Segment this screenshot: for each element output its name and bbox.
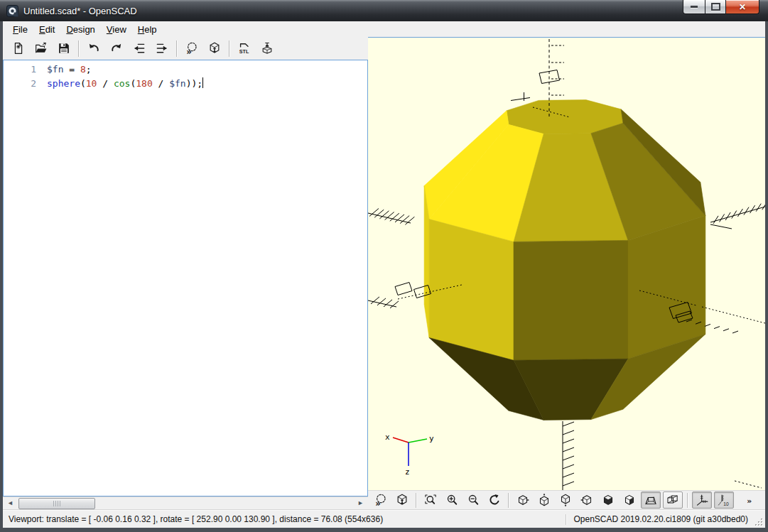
toolbar-separator [176,40,177,57]
unindent-button[interactable] [129,39,148,58]
orthogonal-button[interactable] [663,492,683,509]
render-button[interactable] [205,39,224,58]
toolbar-separator [416,493,416,508]
menu-design[interactable]: Design [60,23,100,36]
undo-button[interactable] [84,39,103,58]
statusbar-separator [566,514,566,525]
zoom-in-button[interactable] [442,492,461,509]
viewport-pane: .s,.d4,.d3,.d2,.d25,.wire{stroke:#000;fi… [368,37,765,509]
print-button[interactable] [257,39,276,58]
save-button[interactable] [54,39,73,58]
code-text: $fn = 8; [47,63,92,77]
more-icon: » [745,493,759,507]
minimize-button[interactable] [683,0,705,14]
view-toolbar: »10» [368,490,765,509]
view-right-button[interactable] [513,492,532,509]
preview-button[interactable]: » [371,492,390,509]
new-icon [11,41,26,55]
zoom-in-icon [445,493,459,507]
code-line: 2sphere(10 / cos(180 / $fn)); [4,77,367,91]
toolbar-separator [687,493,688,508]
code-editor[interactable]: 1$fn = 8;2sphere(10 / cos(180 / $fn)); [3,60,368,496]
orthogonal-icon [666,493,680,507]
svg-text:y: y [429,434,434,443]
svg-text:z: z [405,467,410,477]
window-controls: ✕ [683,0,759,14]
scroll-right-arrow[interactable]: ► [355,497,367,509]
svg-text:»: » [375,499,381,507]
reset-view-button[interactable] [485,492,504,509]
titlebar[interactable]: Untitled.scad* - OpenSCAD ✕ [0,0,768,21]
window-client-area: FileEditDesignViewHelp »STL 1$fn = 8;2sp… [3,21,765,528]
menu-help[interactable]: Help [132,23,163,36]
version-text: OpenSCAD 2019.02.20.ci1809 (git a30dbed0… [573,514,765,524]
perspective-button[interactable] [641,492,661,509]
more-button[interactable]: » [742,492,761,509]
zoom-out-button[interactable] [463,492,482,509]
scroll-left-arrow[interactable]: ◄ [4,497,16,509]
editor-horizontal-scrollbar[interactable]: ◄ ► [3,496,368,509]
view-right-icon [516,493,530,507]
close-icon: ✕ [739,2,746,12]
open-icon [34,41,48,55]
open-button[interactable] [31,39,50,58]
menu-file[interactable]: File [7,23,33,36]
line-number: 2 [4,77,47,91]
reset-view-icon [487,493,502,507]
redo-button[interactable] [107,39,126,58]
view-top-icon [537,493,551,507]
save-icon [57,41,71,55]
show-scale-button[interactable]: 10 [714,492,734,509]
scrollbar-thumb[interactable] [18,498,95,509]
view-left-button[interactable] [577,492,596,509]
zoom-all-button[interactable] [421,492,440,509]
view-left-icon [580,493,594,507]
minimize-icon [691,6,698,8]
view-back-icon [622,493,637,507]
indent-button[interactable] [152,39,171,58]
svg-text:»: » [747,496,752,506]
export-stl-button[interactable]: STL [234,39,254,58]
show-scale-icon: 10 [717,493,731,507]
new-button[interactable] [9,39,28,58]
statusbar: Viewport: translate = [ -0.06 0.16 0.32 … [3,509,765,528]
view-bottom-icon [558,493,573,507]
preview-icon: » [374,493,388,507]
restore-button[interactable] [705,0,725,14]
view-front-icon [601,493,615,507]
menu-view[interactable]: View [101,23,132,36]
print-icon [260,41,274,55]
preview-icon: » [185,41,199,55]
redo-icon [109,41,124,55]
menubar: FileEditDesignViewHelp [3,21,765,37]
viewport-status-text: Viewport: translate = [ -0.06 0.16 0.32 … [9,514,558,524]
window-title: Untitled.scad* - OpenSCAD [23,6,137,16]
render-icon [207,41,222,55]
viewport-3d[interactable]: .s,.d4,.d3,.d2,.d25,.wire{stroke:#000;fi… [368,37,765,490]
zoom-out-icon [466,493,480,507]
view-bottom-button[interactable] [556,492,575,509]
render-button[interactable] [392,492,411,509]
view-top-button[interactable] [534,492,553,509]
menu-edit[interactable]: Edit [33,23,60,36]
close-button[interactable]: ✕ [725,0,759,14]
restore-icon [711,3,720,11]
indent-icon [155,41,169,55]
toolbar-separator [229,40,229,57]
perspective-icon [644,493,658,507]
view-back-button[interactable] [620,492,639,509]
export-stl-icon: STL [237,41,252,55]
view-front-button[interactable] [598,492,617,509]
openscad-window: Untitled.scad* - OpenSCAD ✕ FileEditDesi… [0,0,768,532]
show-axes-icon [695,493,709,507]
preview-button[interactable]: » [182,39,201,58]
undo-icon [87,41,101,55]
editor-pane: »STL 1$fn = 8;2sphere(10 / cos(180 / $fn… [3,37,368,509]
svg-text:STL: STL [239,49,249,55]
zoom-all-icon [423,493,438,507]
show-axes-button[interactable] [692,492,712,509]
resize-grip[interactable] [754,517,763,526]
text-cursor [202,77,203,88]
svg-text:10: 10 [723,501,729,506]
svg-text:»: » [186,47,192,55]
